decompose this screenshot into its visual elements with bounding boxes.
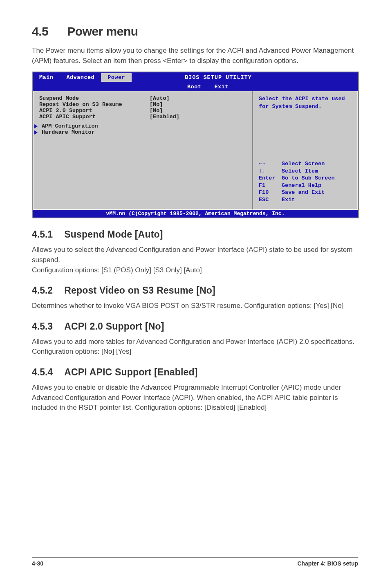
bios-item-label: ACPI 2.0 Support xyxy=(39,108,150,114)
h2-number: 4.5.1 xyxy=(32,229,53,240)
bios-item-repost: Repost Video on S3 Resume [No] xyxy=(39,101,247,108)
section-heading-454: 4.5.4 ACPI APIC Support [Enabled] xyxy=(32,367,358,378)
bios-sub-label: APM Configuration xyxy=(42,123,98,129)
section-heading-453: 4.5.3 ACPI 2.0 Support [No] xyxy=(32,321,358,332)
bios-help-text: Select the ACPI state used for System Su… xyxy=(259,95,352,110)
bios-tab-exit: Exit xyxy=(208,83,235,91)
page-number: 4-30 xyxy=(32,560,43,567)
h2-title: ACPI 2.0 Support [No] xyxy=(64,321,164,332)
bios-titlebar: Main Advanced Power BIOS SETUP UTILITY xyxy=(33,72,358,82)
bios-body: Suspend Mode [Auto] Repost Video on S3 R… xyxy=(33,91,358,210)
bios-sub-hwmon: Hardware Monitor xyxy=(39,129,247,135)
bios-util-title: BIOS SETUP UTILITY xyxy=(185,74,252,81)
bios-item-value: [Auto] xyxy=(150,95,170,101)
bios-sub-apm: APM Configuration xyxy=(39,123,247,129)
intro-paragraph: The Power menu items allow you to change… xyxy=(32,46,358,66)
bios-item-apic: ACPI APIC Support [Enabled] xyxy=(39,114,247,120)
section-body-452: Determines whether to invoke VGA BIOS PO… xyxy=(32,301,358,311)
bios-item-label: Suspend Mode xyxy=(39,95,150,101)
bios-tab-advanced: Advanced xyxy=(60,73,101,82)
key-desc: Select Screen xyxy=(282,160,325,168)
key-desc: Go to Sub Screen xyxy=(282,175,335,182)
key: F1 xyxy=(259,182,282,189)
key: ESC xyxy=(259,196,282,204)
key-desc: Select Item xyxy=(282,168,318,175)
key-desc: General Help xyxy=(282,182,321,189)
bios-item-label: ACPI APIC Support xyxy=(39,114,150,120)
triangle-icon xyxy=(34,124,38,128)
section-heading-451: 4.5.1 Suspend Mode [Auto] xyxy=(32,229,358,240)
key-desc: Save and Exit xyxy=(282,189,325,196)
h2-number: 4.5.4 xyxy=(32,367,53,378)
bios-submenu-group: APM Configuration Hardware Monitor xyxy=(39,123,247,135)
page-footer: 4-30 Chapter 4: BIOS setup xyxy=(32,557,358,567)
h2-number: 4.5.2 xyxy=(32,285,53,296)
bios-item-acpi20: ACPI 2.0 Support [No] xyxy=(39,108,247,114)
bios-tab-power: Power xyxy=(101,73,132,82)
key: ↑↓ xyxy=(259,168,282,175)
bios-right-pane: Select the ACPI state used for System Su… xyxy=(253,91,358,210)
bios-item-value: [No] xyxy=(150,108,163,114)
bios-copyright: vMM.nn (C)Copyright 1985-2002, American … xyxy=(33,210,358,218)
bios-item-suspend: Suspend Mode [Auto] xyxy=(39,95,247,101)
section-body-451: Allows you to select the Advanced Config… xyxy=(32,245,358,275)
bios-key-legend: ←→Select Screen ↑↓Select Item EnterGo to… xyxy=(259,160,352,203)
bios-tabs: Main Advanced Power xyxy=(33,73,185,82)
h1-title: Power menu xyxy=(67,25,138,38)
bios-left-pane: Suspend Mode [Auto] Repost Video on S3 R… xyxy=(33,91,253,210)
key: ←→ xyxy=(259,160,282,168)
chapter-label: Chapter 4: BIOS setup xyxy=(297,560,358,567)
page-heading: 4.5 Power menu xyxy=(32,25,358,38)
h2-title: Suspend Mode [Auto] xyxy=(64,229,163,240)
bios-item-label: Repost Video on S3 Resume xyxy=(39,101,150,108)
bios-tab-main: Main xyxy=(33,73,60,82)
bios-sub-label: Hardware Monitor xyxy=(42,129,95,135)
h2-number: 4.5.3 xyxy=(32,321,53,332)
triangle-icon xyxy=(34,130,38,135)
h2-title: ACPI APIC Support [Enabled] xyxy=(64,367,198,378)
section-body-454: Allows you to enable or disable the Adva… xyxy=(32,383,358,413)
bios-item-value: [No] xyxy=(150,101,163,108)
h1-number: 4.5 xyxy=(32,25,48,38)
bios-screenshot: Main Advanced Power BIOS SETUP UTILITY B… xyxy=(32,72,359,218)
bios-item-value: [Enabled] xyxy=(150,114,179,120)
section-heading-452: 4.5.2 Repost Video on S3 Resume [No] xyxy=(32,285,358,296)
key-desc: Exit xyxy=(282,196,295,204)
bios-tabs-row2: Boot Exit xyxy=(33,82,358,91)
key: F10 xyxy=(259,189,282,196)
bios-tab-boot: Boot xyxy=(185,83,208,91)
key: Enter xyxy=(259,175,282,182)
h2-title: Repost Video on S3 Resume [No] xyxy=(64,285,215,296)
section-body-453: Allows you to add more tables for Advanc… xyxy=(32,337,358,357)
